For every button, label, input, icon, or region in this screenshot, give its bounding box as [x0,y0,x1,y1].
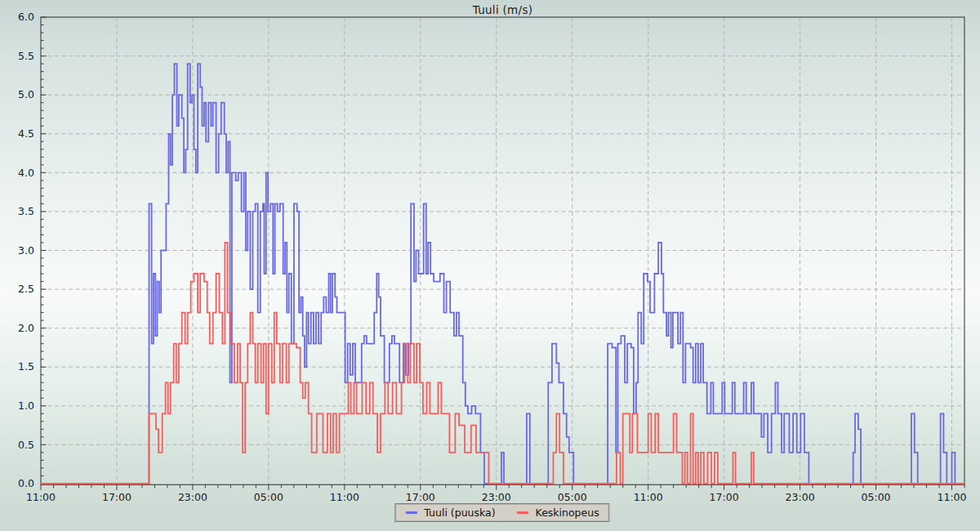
plot-frame [41,17,964,484]
svg-text:2.5: 2.5 [18,283,34,295]
svg-text:17:00: 17:00 [102,491,131,503]
wind-chart-panel: Tuuli (m/s) 0.00.51.01.52.02.53.03.54.04… [0,0,980,531]
svg-text:05:00: 05:00 [254,491,283,503]
gust-series-line [41,64,964,484]
svg-text:1.0: 1.0 [18,399,34,412]
svg-text:05:00: 05:00 [862,491,891,503]
axis-ticks [41,17,964,490]
svg-text:5.5: 5.5 [18,50,34,62]
svg-text:23:00: 23:00 [786,491,815,503]
svg-text:17:00: 17:00 [406,491,435,503]
svg-text:11:00: 11:00 [937,491,966,503]
legend-label-puuska: Tuuli (puuska) [424,506,495,519]
avg-series-line [41,243,964,484]
svg-text:2.0: 2.0 [18,322,34,334]
svg-text:3.0: 3.0 [18,244,34,257]
gridlines [41,17,964,484]
gust-line-swatch-icon [405,511,417,514]
legend-item-keskinopeus: Keskinopeus [517,506,599,519]
svg-text:0.0: 0.0 [18,477,34,489]
svg-text:23:00: 23:00 [482,491,511,503]
svg-text:4.0: 4.0 [18,167,34,179]
svg-text:17:00: 17:00 [710,491,739,503]
legend-label-keskinopeus: Keskinopeus [536,506,599,519]
avg-line-swatch-icon [517,511,529,514]
svg-text:6.0: 6.0 [18,11,34,23]
svg-text:3.5: 3.5 [18,205,34,217]
legend-item-puuska: Tuuli (puuska) [405,506,495,519]
svg-text:0.5: 0.5 [18,439,34,451]
wind-chart-canvas: 0.00.51.01.52.02.53.03.54.04.55.05.56.01… [0,0,980,531]
chart-legend: Tuuli (puuska) Keskinopeus [394,503,609,522]
svg-text:4.5: 4.5 [18,127,34,140]
svg-text:23:00: 23:00 [178,491,207,503]
svg-text:11:00: 11:00 [330,491,359,503]
svg-text:1.5: 1.5 [18,360,34,373]
svg-text:05:00: 05:00 [558,491,587,503]
svg-text:11:00: 11:00 [26,491,56,503]
svg-text:5.0: 5.0 [18,88,34,100]
svg-text:11:00: 11:00 [634,491,663,503]
